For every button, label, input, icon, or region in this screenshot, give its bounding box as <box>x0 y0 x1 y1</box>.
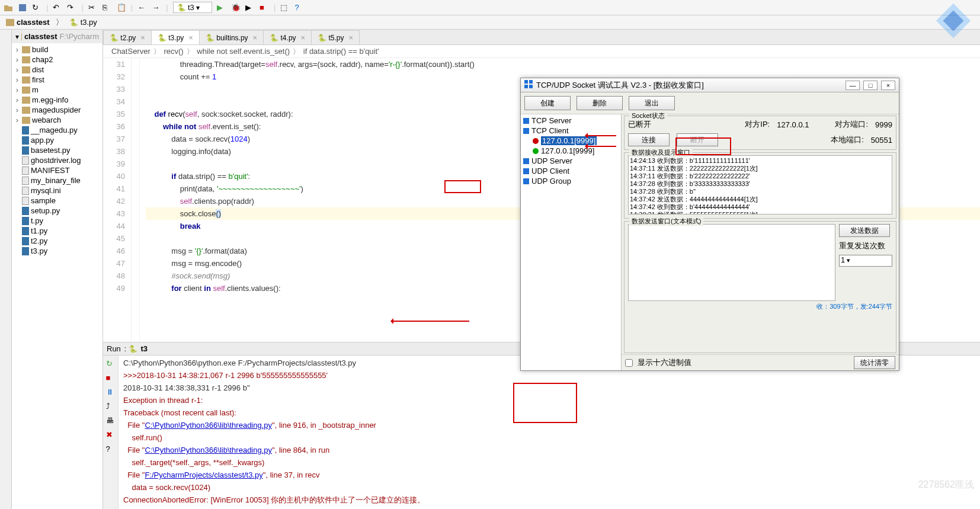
stop-icon[interactable]: ■ <box>106 373 116 383</box>
socket-tree-node[interactable]: UDP Server <box>522 156 620 166</box>
close-button[interactable]: × <box>881 81 895 90</box>
editor-tabs: 🐍 t2.py×🐍 t3.py×🐍 builtins.py×🐍 t4.py×🐍 … <box>103 30 980 45</box>
editor-tab[interactable]: 🐍 t2.py× <box>103 30 152 44</box>
tree-dir[interactable]: › chap2 <box>12 55 103 65</box>
forward-icon[interactable]: → <box>152 3 161 12</box>
print-icon[interactable]: 🖶 <box>106 416 116 425</box>
coverage-icon[interactable]: ▶ <box>245 3 255 12</box>
path-bar: classtest 〉 🐍 t3.py <box>0 15 980 30</box>
repeat-combo[interactable]: 1 ▾ <box>839 255 892 267</box>
close-tab-icon[interactable]: × <box>253 33 258 42</box>
tree-file[interactable]: t3.py <box>12 246 103 256</box>
run-config-combo[interactable]: 🐍 t3 ▾ <box>173 2 213 13</box>
status-group: Socket状态 已断开 对方IP:127.0.0.1 对方端口:9999 连接… <box>624 116 896 150</box>
annotation-arrow <box>587 135 616 136</box>
svg-rect-0 <box>19 4 26 11</box>
tree-dir[interactable]: › m.egg-info <box>12 95 103 105</box>
tree-file[interactable]: __magedu.py <box>12 125 103 135</box>
disconnect-button[interactable]: 断开 <box>677 133 718 146</box>
create-button[interactable]: 创建 <box>524 96 571 110</box>
editor-tab[interactable]: 🐍 builtins.py× <box>199 30 264 44</box>
socket-tree-child[interactable]: 127.0.0.1[9999] <box>522 136 620 146</box>
tree-file[interactable]: my_binary_file <box>12 175 103 185</box>
tree-file[interactable]: t2.py <box>12 236 103 246</box>
close-icon[interactable]: ✖ <box>106 430 116 440</box>
project-header[interactable]: ▾ classtest F:\Pycharm <box>12 30 103 43</box>
socket-tree-child[interactable]: 127.0.0.1[9999] <box>522 146 620 156</box>
refresh-icon[interactable]: ↻ <box>32 3 41 12</box>
vcs-icon[interactable]: ⬚ <box>280 3 290 12</box>
run-icon[interactable]: ▶ <box>217 3 226 12</box>
tree-file[interactable]: mysql.ini <box>12 185 103 196</box>
tree-file[interactable]: setup.py <box>12 206 103 216</box>
cut-icon[interactable]: ✂ <box>88 3 98 12</box>
recv-group: 数据接收及提示窗口 14:24:13 收到数据：b'11111111111111… <box>624 152 896 219</box>
svg-rect-1 <box>524 80 528 84</box>
maximize-button[interactable]: □ <box>863 81 877 90</box>
repeat-label: 重复发送次数 <box>839 241 892 251</box>
stop-icon[interactable]: ■ <box>260 3 269 12</box>
tree-file[interactable]: ghostdriver.log <box>12 155 103 165</box>
send-button[interactable]: 发送数据 <box>839 224 890 237</box>
debug-icon[interactable]: 🐞 <box>231 3 241 12</box>
tree-dir[interactable]: › build <box>12 44 103 55</box>
exit-button[interactable]: 退出 <box>629 96 675 110</box>
save-icon[interactable] <box>18 3 27 12</box>
crumb-file[interactable]: 🐍 t3.py <box>63 16 103 28</box>
run-console[interactable]: C:\Python\Python366\python.exe F:/Pychar… <box>119 356 980 509</box>
socket-tree-node[interactable]: UDP Group <box>522 176 620 186</box>
tree-dir[interactable]: › first <box>12 75 103 85</box>
send-group: 数据发送窗口(文本模式) 发送数据 重复发送次数 1 ▾ 收：309字节，发:2… <box>624 221 896 353</box>
socket-tree-node[interactable]: TCP Client <box>522 126 620 136</box>
project-sidebar: ▾ classtest F:\Pycharm › build› chap2› d… <box>12 30 103 509</box>
tree-file[interactable]: MANIFEST <box>12 165 103 175</box>
close-tab-icon[interactable]: × <box>301 33 306 42</box>
copy-icon[interactable]: ⎘ <box>103 3 112 12</box>
socket-tree[interactable]: TCP ServerTCP Client127.0.0.1[9999]127.0… <box>521 114 622 370</box>
close-tab-icon[interactable]: × <box>140 33 145 42</box>
app-icon <box>524 80 533 90</box>
clear-stats-button[interactable]: 统计清零 <box>854 356 895 369</box>
socket-tree-node[interactable]: TCP Server <box>522 116 620 126</box>
back-icon[interactable]: ← <box>137 3 147 12</box>
svg-rect-2 <box>529 80 533 84</box>
project-tool-strip[interactable] <box>0 30 12 509</box>
window-titlebar[interactable]: TCP/UDP Socket 调试工具 V2.3 - [数据收发窗口] — □ … <box>521 78 899 92</box>
tree-file[interactable]: sample <box>12 196 103 206</box>
editor-tab[interactable]: 🐍 t3.py× <box>151 30 200 44</box>
minimize-button[interactable]: — <box>846 81 860 90</box>
undo-icon[interactable]: ↶ <box>53 3 62 12</box>
tree-dir[interactable]: › webarch <box>12 115 103 125</box>
connect-button[interactable]: 连接 <box>628 133 670 146</box>
svg-rect-4 <box>529 85 533 88</box>
help-icon[interactable]: ? <box>294 3 304 12</box>
close-tab-icon[interactable]: × <box>188 33 193 42</box>
main-toolbar: ↻ | ↶ ↷ | ✂ ⎘ 📋 | ← → | 🐍 t3 ▾ ▶ 🐞 ▶ ■ |… <box>0 0 980 15</box>
paste-icon[interactable]: 📋 <box>117 3 126 12</box>
delete-button[interactable]: 删除 <box>577 96 623 110</box>
send-textarea[interactable] <box>628 224 835 301</box>
tree-dir[interactable]: › m <box>12 85 103 95</box>
editor-tab[interactable]: 🐍 t4.py× <box>263 30 312 44</box>
stats-label: 收：309字节，发:244字节 <box>628 302 892 311</box>
tree-dir[interactable]: › mageduspider <box>12 105 103 115</box>
tree-file[interactable]: t.py <box>12 216 103 226</box>
editor-tab[interactable]: 🐍 t5.py× <box>311 30 360 44</box>
recv-log[interactable]: 14:24:13 收到数据：b'111111111111111' 14:37:1… <box>628 155 892 215</box>
exit-icon[interactable]: ⤴ <box>106 402 116 411</box>
help-icon[interactable]: ? <box>106 444 116 454</box>
pause-icon[interactable]: ⏸ <box>106 388 116 397</box>
tree-file[interactable]: app.py <box>12 135 103 145</box>
tree-file[interactable]: t1.py <box>12 226 103 236</box>
fold-column[interactable] <box>132 58 140 342</box>
close-tab-icon[interactable]: × <box>349 33 354 42</box>
tree-dir[interactable]: › dist <box>12 65 103 75</box>
hex-checkbox[interactable] <box>625 359 633 367</box>
crumb-project[interactable]: classtest <box>0 16 56 28</box>
code-breadcrumb[interactable]: ChatServer 〉 recv() 〉 while not self.eve… <box>103 45 980 58</box>
socket-tree-node[interactable]: UDP Client <box>522 166 620 176</box>
tree-file[interactable]: basetest.py <box>12 145 103 155</box>
redo-icon[interactable]: ↷ <box>67 3 76 12</box>
rerun-icon[interactable]: ↻ <box>106 359 116 369</box>
open-icon[interactable] <box>4 3 13 12</box>
